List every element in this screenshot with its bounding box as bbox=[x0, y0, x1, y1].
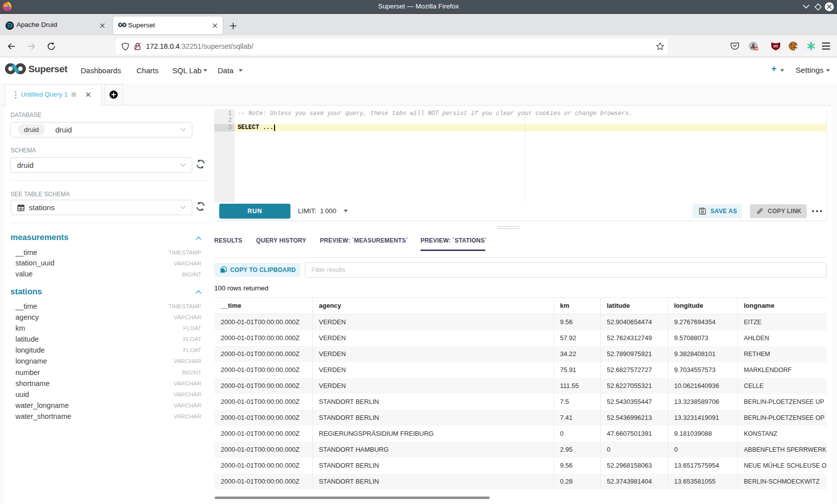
svg-text:UO: UO bbox=[773, 44, 778, 48]
